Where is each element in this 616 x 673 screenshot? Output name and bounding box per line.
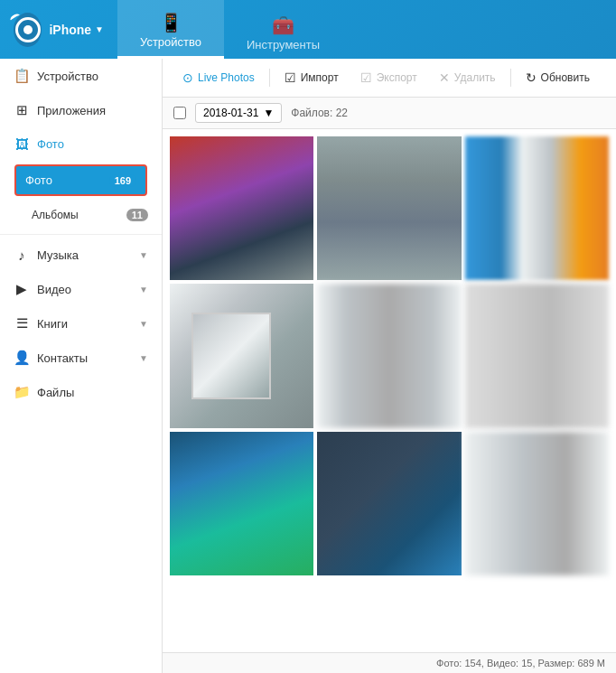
- logo-pupil: [23, 25, 33, 34]
- tools-tab-icon: 🧰: [272, 16, 294, 34]
- sidebar-fotos-label: Фото: [25, 173, 102, 187]
- export-icon: ☑: [360, 70, 372, 85]
- photo-item-8[interactable]: [317, 432, 461, 575]
- photo-item-2[interactable]: [317, 136, 461, 280]
- sidebar-item-contacts[interactable]: 👤 Контакты ▼: [0, 341, 162, 375]
- refresh-icon: ↻: [526, 70, 537, 85]
- app-header: iPhone ▼ 📱 Устройство 🧰 Инструменты: [0, 0, 616, 59]
- refresh-button[interactable]: ↻ Обновить: [517, 66, 599, 89]
- apps-icon: ⊞: [14, 102, 30, 118]
- files-count-label: Файлов: 22: [291, 107, 348, 119]
- live-photos-button[interactable]: ⊙ Live Photos: [173, 66, 264, 89]
- live-photos-icon: ⊙: [182, 70, 193, 85]
- sidebar-device-label: Устройство: [37, 70, 148, 83]
- logo-area: iPhone ▼: [0, 0, 117, 59]
- sidebar-item-apps[interactable]: ⊞ Приложения: [0, 93, 162, 127]
- photo-item-7[interactable]: [170, 432, 313, 575]
- photos-parent-icon: 🖼: [14, 136, 30, 152]
- status-bar: Фото: 154, Видео: 15, Размер: 689 М: [163, 652, 616, 673]
- import-icon: ☑: [285, 70, 296, 85]
- photo-item-9[interactable]: [465, 432, 609, 575]
- photo-item-6[interactable]: [465, 284, 609, 427]
- photo-item-4[interactable]: [170, 284, 313, 427]
- sidebar-item-photos-parent[interactable]: 🖼 Фото: [0, 127, 162, 161]
- status-text: Фото: 154, Видео: 15, Размер: 689 М: [436, 658, 605, 668]
- files-icon: 📁: [14, 384, 30, 400]
- content-area: ⊙ Live Photos ☑ Импорт ☑ Экспорт ✕ Удали…: [163, 59, 616, 673]
- date-select[interactable]: 2018-01-31 ▼: [195, 103, 282, 123]
- main-layout: 📋 Устройство ⊞ Приложения 🖼 Фото Фото 16…: [0, 59, 616, 673]
- sidebar-item-fotos-selected[interactable]: Фото 169: [14, 164, 147, 196]
- toolbar-sep-2: [510, 69, 511, 87]
- sidebar-item-books[interactable]: ☰ Книги ▼: [0, 306, 162, 341]
- export-label: Экспорт: [377, 71, 417, 84]
- delete-icon: ✕: [439, 70, 450, 85]
- photo-item-3[interactable]: [465, 136, 609, 280]
- date-value: 2018-01-31: [203, 107, 258, 119]
- photo-grid: [163, 129, 616, 652]
- device-tab-icon: 📱: [160, 14, 182, 32]
- refresh-label: Обновить: [541, 71, 590, 84]
- live-photos-label: Live Photos: [198, 71, 255, 84]
- device-name-label[interactable]: iPhone ▼: [49, 23, 104, 37]
- sidebar-photos-parent-label: Фото: [37, 137, 148, 151]
- device-icon: 📋: [14, 68, 30, 84]
- device-dropdown-arrow[interactable]: ▼: [95, 24, 104, 34]
- books-icon: ☰: [14, 315, 30, 332]
- device-tab-label: Устройство: [140, 35, 201, 49]
- books-expand-arrow: ▼: [139, 319, 148, 329]
- sidebar-albums-label: Альбомы: [32, 209, 119, 221]
- toolbar-sep-1: [269, 69, 270, 87]
- sidebar-files-label: Файлы: [37, 386, 148, 399]
- sidebar-item-music[interactable]: ♪ Музыка ▼: [0, 238, 162, 272]
- sidebar-video-label: Видео: [37, 283, 132, 296]
- photo-item-5[interactable]: [317, 284, 461, 427]
- sidebar-item-albums[interactable]: Альбомы 11: [0, 200, 162, 230]
- content-toolbar: ⊙ Live Photos ☑ Импорт ☑ Экспорт ✕ Удали…: [163, 59, 616, 98]
- tab-tools[interactable]: 🧰 Инструменты: [224, 0, 342, 59]
- delete-button[interactable]: ✕ Удалить: [430, 66, 505, 89]
- fotos-badge: 169: [109, 174, 136, 187]
- music-icon: ♪: [14, 248, 30, 263]
- delete-label: Удалить: [454, 71, 496, 84]
- sidebar-item-device[interactable]: 📋 Устройство: [0, 59, 162, 93]
- import-button[interactable]: ☑ Импорт: [275, 66, 348, 89]
- header-tabs: 📱 Устройство 🧰 Инструменты: [117, 0, 616, 59]
- photo-item-1[interactable]: [170, 136, 313, 280]
- contacts-expand-arrow: ▼: [139, 353, 148, 363]
- filter-bar: 2018-01-31 ▼ Файлов: 22: [163, 98, 616, 129]
- sidebar: 📋 Устройство ⊞ Приложения 🖼 Фото Фото 16…: [0, 59, 163, 673]
- sidebar-divider-1: [0, 234, 162, 235]
- sidebar-item-video[interactable]: ▶ Видео ▼: [0, 272, 162, 306]
- sidebar-apps-label: Приложения: [37, 104, 148, 117]
- date-dropdown-arrow: ▼: [263, 107, 274, 119]
- tools-tab-label: Инструменты: [247, 38, 320, 51]
- tab-device[interactable]: 📱 Устройство: [117, 0, 224, 59]
- export-button[interactable]: ☑ Экспорт: [351, 66, 426, 89]
- select-all-checkbox[interactable]: [173, 107, 186, 119]
- photo-4-inner-content: [191, 313, 271, 399]
- app-logo-icon: [14, 13, 42, 47]
- music-expand-arrow: ▼: [139, 250, 148, 260]
- video-icon: ▶: [14, 281, 30, 297]
- sidebar-music-label: Музыка: [37, 248, 132, 262]
- contacts-icon: 👤: [14, 350, 30, 366]
- albums-badge: 11: [126, 209, 148, 221]
- sidebar-books-label: Книги: [37, 317, 132, 331]
- sidebar-contacts-label: Контакты: [37, 351, 132, 365]
- sidebar-item-files[interactable]: 📁 Файлы: [0, 375, 162, 409]
- video-expand-arrow: ▼: [139, 285, 148, 294]
- logo-eye: [15, 17, 41, 42]
- import-label: Импорт: [301, 71, 339, 84]
